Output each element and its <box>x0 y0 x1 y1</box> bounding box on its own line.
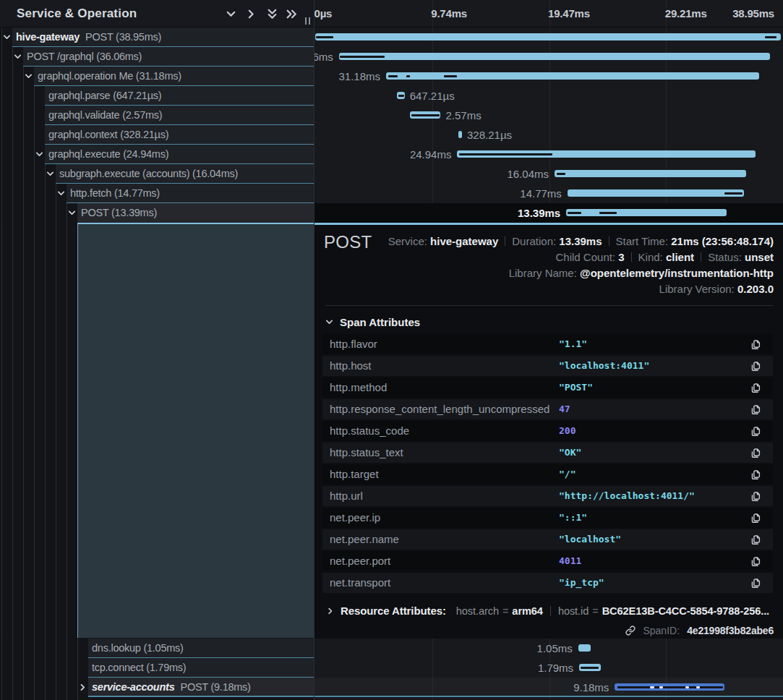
span-duration-label: 1.05ms <box>537 639 573 658</box>
attribute-key: http.method <box>330 377 387 398</box>
span-tree-row[interactable]: graphql.execute (24.94ms) <box>0 145 314 164</box>
span-name-label[interactable]: hive-gatewayPOST (38.95ms) <box>16 27 161 46</box>
chevron-down-icon[interactable] <box>24 72 33 81</box>
span-bar[interactable] <box>397 92 405 99</box>
timeline-span-row[interactable]: 13.39ms <box>315 203 783 223</box>
indent-guide <box>34 697 35 700</box>
span-tree-row[interactable]: tcp.connect (1.79ms) <box>0 658 314 678</box>
span-tree-row[interactable]: POST (13.39ms) <box>0 203 314 223</box>
meta-value: 21ms (23:56:48.174) <box>671 235 774 247</box>
span-tree-row[interactable]: http.fetch (14.77ms) <box>0 184 314 203</box>
span-tree-row[interactable]: graphql.context (328.21µs) <box>0 125 314 145</box>
chevron-down-icon[interactable] <box>56 189 66 198</box>
chevron-right-icon[interactable] <box>78 683 87 692</box>
attribute-value: "http://localhost:4011/" <box>559 486 695 506</box>
link-icon[interactable] <box>625 626 636 636</box>
copy-icon[interactable] <box>750 556 761 567</box>
timeline-span-row[interactable] <box>315 27 783 47</box>
indent-guide <box>1 86 2 106</box>
copy-icon[interactable] <box>750 534 761 545</box>
span-bar[interactable] <box>578 644 591 652</box>
chevron-down-icon[interactable] <box>13 52 22 61</box>
span-tree-row[interactable]: graphql.validate (2.57ms) <box>0 106 314 125</box>
timeline-span-row[interactable]: 2.57ms <box>315 106 783 125</box>
collapse-one-icon[interactable] <box>225 8 237 20</box>
indent-guide <box>12 639 13 658</box>
copy-icon[interactable] <box>750 491 761 502</box>
span-name-label[interactable]: graphql.execute (24.94ms) <box>48 145 168 163</box>
timeline-span-row[interactable]: 1.05ms <box>315 639 783 658</box>
attribute-value: "localhost:4011" <box>559 356 649 376</box>
attribute-row: net.peer.port4011 <box>322 551 773 571</box>
span-name-label[interactable]: http.fetch (14.77ms) <box>70 184 160 202</box>
ruler-tick-label: 9.74ms <box>431 7 467 20</box>
chevron-down-icon[interactable] <box>67 208 77 218</box>
chevron-down-icon[interactable] <box>2 33 12 42</box>
span-tree-row[interactable]: subgraph.execute (accounts) (16.04ms) <box>0 164 314 184</box>
copy-icon[interactable] <box>750 578 761 589</box>
span-bar[interactable] <box>386 72 759 80</box>
span-bar[interactable] <box>410 111 440 119</box>
timeline-span-row[interactable]: 647.21µs <box>315 86 783 106</box>
indent-guide <box>34 203 35 223</box>
timeline-span-row[interactable]: 1.79ms <box>315 658 783 678</box>
copy-icon[interactable] <box>750 361 761 372</box>
copy-icon[interactable] <box>750 469 761 480</box>
span-tree-row[interactable]: graphql.operation Me (31.18ms) <box>0 67 314 86</box>
timeline-span-row[interactable]: 14.77ms <box>315 184 783 203</box>
indent-guide <box>12 203 13 223</box>
copy-icon[interactable] <box>750 513 761 524</box>
span-name-label[interactable]: graphql.context (328.21µs) <box>48 125 168 144</box>
span-name-label[interactable]: POST (13.39ms) <box>81 203 157 222</box>
span-name-label[interactable]: subgraph.execute (accounts) (16.04ms) <box>59 164 238 183</box>
child-span-tick <box>659 686 663 688</box>
span-tree-row[interactable]: POST /graphql (36.06ms) <box>0 47 314 67</box>
span-name-label[interactable]: POST /graphql (36.06ms) <box>27 47 142 66</box>
chevron-down-icon[interactable] <box>35 150 44 159</box>
span-bar[interactable] <box>566 209 726 216</box>
critical-path-segment <box>617 686 723 688</box>
resource-attributes-row[interactable]: Resource Attributes: host.arch=arm64host… <box>325 602 769 620</box>
resource-value: BC62E13B-C4CC-5854-9788-256... <box>602 605 769 617</box>
column-resizer-grip[interactable] <box>305 17 312 25</box>
span-bar[interactable] <box>315 33 781 40</box>
span-tree-row[interactable]: graphql.parse (647.21µs) <box>0 86 314 106</box>
span-bar[interactable] <box>339 53 770 60</box>
span-name-label[interactable]: dns.lookup (1.05ms) <box>92 639 184 657</box>
chevron-down-icon[interactable] <box>46 169 55 179</box>
timeline-span-row[interactable]: 24.94ms <box>315 145 783 164</box>
detail-row-accent-block[interactable] <box>77 223 314 638</box>
span-name-label[interactable]: tcp.connect (1.79ms) <box>92 658 186 677</box>
span-name-label[interactable]: service-accountsPOST (9.18ms) <box>92 678 251 696</box>
span-bar[interactable] <box>555 170 746 177</box>
span-name-label[interactable]: graphql.validate (2.57ms) <box>48 106 162 124</box>
span-tree-row[interactable]: dns.lookup (1.05ms) <box>0 639 314 658</box>
span-bar[interactable] <box>579 664 601 671</box>
span-tree-header: Service & Operation <box>0 0 314 27</box>
span-name-label[interactable]: graphql.parse (647.21µs) <box>48 86 161 105</box>
span-tree-row[interactable]: service-accountsPOST (9.18ms) <box>0 678 314 697</box>
expand-one-icon[interactable] <box>245 8 257 20</box>
resource-key: host.arch <box>456 605 499 617</box>
timeline-span-row[interactable]: 16.04ms <box>315 164 783 184</box>
timeline-span-row[interactable]: 9.18ms <box>315 678 783 697</box>
indent-guide <box>12 678 13 697</box>
span-bar[interactable] <box>457 150 755 158</box>
span-bar[interactable] <box>458 131 462 138</box>
timeline-span-row[interactable]: 36.06ms <box>315 47 783 67</box>
copy-icon[interactable] <box>750 448 761 458</box>
collapse-all-icon[interactable] <box>266 8 278 20</box>
detail-meta-line: Child Count: 3Kind: clientStatus: unset <box>388 249 774 265</box>
copy-icon[interactable] <box>750 404 761 415</box>
span-name-label[interactable]: graphql.operation Me (31.18ms) <box>38 67 181 85</box>
span-tree-row[interactable]: hive-gatewayPOST (38.95ms) <box>0 27 314 47</box>
copy-icon[interactable] <box>750 383 761 393</box>
span-bar[interactable] <box>568 189 744 197</box>
timeline-span-row[interactable]: 328.21µs <box>315 125 783 145</box>
timeline-span-row[interactable]: 31.18ms <box>315 67 783 86</box>
span-bar[interactable] <box>615 683 724 691</box>
copy-icon[interactable] <box>750 339 761 350</box>
expand-all-icon[interactable] <box>286 8 298 20</box>
attribute-key: http.host <box>330 356 372 376</box>
copy-icon[interactable] <box>750 426 761 437</box>
